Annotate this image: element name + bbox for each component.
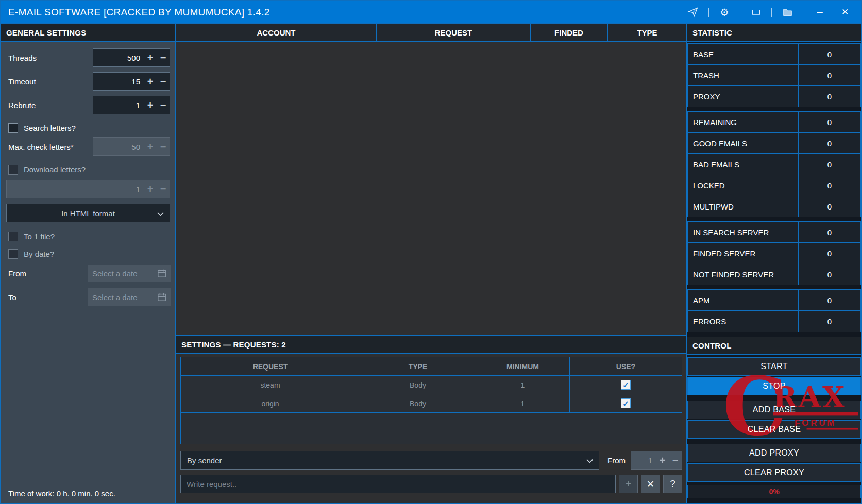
app-body: GENERAL SETTINGS Threads 500 + − Timeout… xyxy=(1,24,861,504)
requests-table-header: REQUEST TYPE MINIMUM USE? xyxy=(181,357,682,376)
threads-increment-button[interactable]: + xyxy=(144,49,157,66)
timeout-decrement-button[interactable]: − xyxy=(157,73,170,90)
minimize-button[interactable]: – xyxy=(811,6,829,18)
general-settings-header: GENERAL SETTINGS xyxy=(1,24,175,42)
request-minimum-cell: 1 xyxy=(476,394,570,413)
max-check-letters-increment-button[interactable]: + xyxy=(144,138,157,155)
format-dropdown[interactable]: In HTML format xyxy=(6,204,170,222)
gear-icon[interactable]: ⚙ xyxy=(717,5,732,20)
threads-decrement-button[interactable]: − xyxy=(157,49,170,66)
stat-label: LOCKED xyxy=(688,175,799,196)
add-request-button[interactable]: + xyxy=(619,475,638,493)
date-to-field[interactable]: Select a date xyxy=(88,288,171,306)
progress-indicator: 0% xyxy=(687,485,861,498)
timeout-increment-button[interactable]: + xyxy=(144,73,157,90)
requests-column-use[interactable]: USE? xyxy=(570,357,682,376)
from-label: From xyxy=(607,456,626,465)
max-check-letters-decrement-button[interactable]: − xyxy=(157,138,170,155)
spacer xyxy=(687,440,861,444)
date-to-label: To xyxy=(8,293,16,302)
help-button[interactable]: ? xyxy=(663,475,682,493)
rebrute-value: 1 xyxy=(93,101,144,110)
stat-value: 0 xyxy=(799,133,860,153)
requests-column-request[interactable]: REQUEST xyxy=(181,357,360,376)
stop-button[interactable]: STOP xyxy=(687,377,861,395)
requests-table: REQUEST TYPE MINIMUM USE? steam Body 1 ✓ xyxy=(180,357,682,444)
request-type-cell: Body xyxy=(360,376,476,394)
results-column-account[interactable]: ACCOUNT xyxy=(176,24,377,41)
general-settings-panel: GENERAL SETTINGS Threads 500 + − Timeout… xyxy=(1,24,176,504)
from-stepper[interactable]: 1 + − xyxy=(631,451,682,470)
statistic-rows: BASE 0 TRASH 0 PROXY 0 REMAINING xyxy=(687,42,861,337)
send-mail-icon[interactable] xyxy=(685,5,701,20)
letters-count-decrement-button[interactable]: − xyxy=(157,180,170,198)
date-from-label: From xyxy=(8,269,26,278)
letters-count-input[interactable]: 1 + − xyxy=(6,180,170,198)
search-letters-checkbox[interactable] xyxy=(8,123,18,133)
requests-column-type[interactable]: TYPE xyxy=(360,357,476,376)
rebrute-input[interactable]: 1 + − xyxy=(93,96,170,114)
requests-column-minimum[interactable]: MINIMUM xyxy=(476,357,570,376)
folder-icon[interactable] xyxy=(780,5,795,20)
stat-value: 0 xyxy=(799,243,860,264)
add-proxy-button[interactable]: ADD PROXY xyxy=(687,444,861,462)
request-type-cell: Body xyxy=(360,394,476,413)
by-sender-dropdown[interactable]: By sender xyxy=(180,451,599,470)
request-minimum-cell: 1 xyxy=(476,376,570,394)
results-table-body[interactable] xyxy=(176,42,686,336)
remove-request-button[interactable]: ✕ xyxy=(641,475,660,493)
clear-proxy-button[interactable]: CLEAR PROXY xyxy=(687,463,861,482)
from-decrement-button[interactable]: − xyxy=(669,451,682,469)
table-row[interactable]: steam Body 1 ✓ xyxy=(181,376,682,394)
use-checkbox-checked[interactable]: ✓ xyxy=(621,398,631,408)
write-request-input[interactable] xyxy=(180,475,616,493)
search-letters-row: Search letters? xyxy=(8,122,76,133)
stat-value: 0 xyxy=(799,222,860,242)
download-letters-row: Download letters? xyxy=(8,164,86,175)
rebrute-label: Rebrute xyxy=(8,101,36,110)
to-one-file-row: To 1 file? xyxy=(8,231,55,242)
titlebar-separator xyxy=(740,8,740,17)
rebrute-increment-button[interactable]: + xyxy=(144,96,157,114)
date-to-placeholder: Select a date xyxy=(92,293,138,302)
timeout-label: Timeout xyxy=(8,77,36,86)
threads-input[interactable]: 500 + − xyxy=(93,48,170,67)
time-of-work-status: Time of work: 0 h. 0 min. 0 sec. xyxy=(8,489,115,498)
download-letters-checkbox[interactable] xyxy=(8,165,18,175)
search-letters-label: Search letters? xyxy=(24,124,76,132)
from-increment-button[interactable]: + xyxy=(656,451,669,469)
stat-row-locked: LOCKED 0 xyxy=(687,175,861,196)
clear-base-button[interactable]: CLEAR BASE xyxy=(687,420,861,439)
console-icon[interactable] xyxy=(748,5,764,20)
clear-base-button-label: CLEAR BASE xyxy=(748,425,801,434)
start-button[interactable]: START xyxy=(687,357,861,376)
stat-row-multipwd: MULTIPWD 0 xyxy=(687,196,861,217)
date-from-placeholder: Select a date xyxy=(92,269,138,278)
to-one-file-label: To 1 file? xyxy=(24,232,55,241)
letters-count-increment-button[interactable]: + xyxy=(144,180,157,198)
rebrute-decrement-button[interactable]: − xyxy=(157,96,170,114)
write-request-row: + ✕ ? xyxy=(180,475,682,493)
stat-label: BAD EMAILS xyxy=(688,154,799,175)
add-base-button[interactable]: ADD BASE xyxy=(687,401,861,419)
to-one-file-checkbox[interactable] xyxy=(8,232,18,241)
results-column-request[interactable]: REQUEST xyxy=(377,24,531,41)
statistic-panel: STATISTIC BASE 0 TRASH 0 PROXY 0 xyxy=(687,24,861,504)
max-check-letters-row: Max. check letters* 50 + − xyxy=(1,137,175,156)
format-dropdown-value: In HTML format xyxy=(61,209,115,218)
max-check-letters-input[interactable]: 50 + − xyxy=(93,137,170,156)
timeout-input[interactable]: 15 + − xyxy=(93,72,170,91)
max-check-letters-value: 50 xyxy=(93,143,144,151)
date-from-field[interactable]: Select a date xyxy=(88,265,171,282)
table-row[interactable]: origin Body 1 ✓ xyxy=(181,394,682,413)
titlebar-separator xyxy=(708,8,709,17)
by-date-checkbox[interactable] xyxy=(8,249,18,259)
results-column-finded[interactable]: FINDED xyxy=(531,24,608,41)
close-button[interactable]: ✕ xyxy=(836,7,854,18)
request-name-cell: steam xyxy=(181,376,360,394)
requests-settings-header: SETTINGS — REQUESTS: 2 xyxy=(176,336,686,354)
rebrute-row: Rebrute 1 + − xyxy=(1,96,175,114)
stat-group-base: BASE 0 TRASH 0 PROXY 0 xyxy=(687,43,861,107)
use-checkbox-checked[interactable]: ✓ xyxy=(621,380,631,390)
results-column-type[interactable]: TYPE xyxy=(608,24,686,41)
